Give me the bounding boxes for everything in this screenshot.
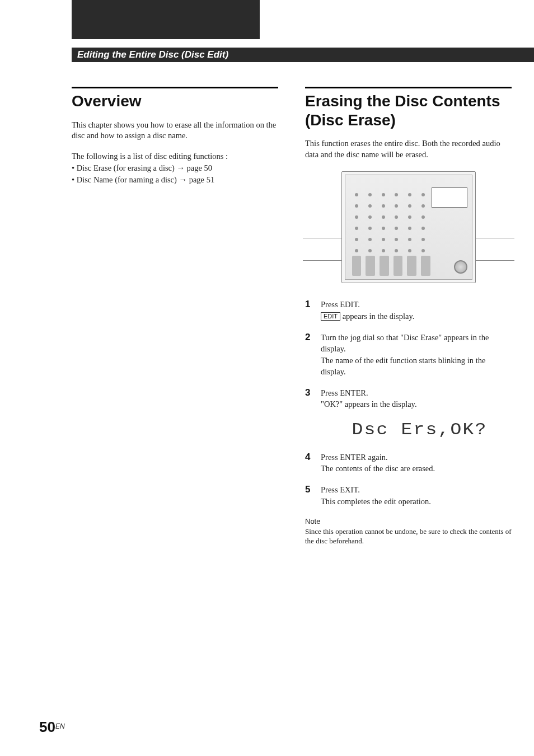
overview-list-lead: The following is a list of disc editing … <box>72 151 278 162</box>
step-5: 5 Press EXIT. This completes the edit op… <box>305 484 512 507</box>
step-body: Press ENTER. "OK?" appears in the displa… <box>321 387 417 410</box>
bullet-item: Disc Name (for naming a disc) → page 51 <box>72 174 278 186</box>
step-line: appears in the display. <box>340 312 414 321</box>
step-1: 1 Press EDIT. EDIT appears in the displa… <box>305 299 512 322</box>
overview-intro: This chapter shows you how to erase all … <box>72 120 278 142</box>
step-4: 4 Press ENTER again. The contents of the… <box>305 452 512 475</box>
callout-line <box>475 260 514 261</box>
step-number: 5 <box>305 484 313 507</box>
step-body: Turn the jog dial so that "Disc Erase" a… <box>321 332 512 377</box>
page-number-value: 50 <box>39 719 55 735</box>
right-column: Erasing the Disc Contents (Disc Erase) T… <box>305 87 512 546</box>
step-line: "OK?" appears in the display. <box>321 400 417 408</box>
step-number: 3 <box>305 387 313 410</box>
step-line: Press ENTER. <box>321 388 368 397</box>
step-line: Press ENTER again. <box>321 453 388 462</box>
step-line: Press EXIT. <box>321 485 360 494</box>
device-illustration: SONY <box>341 171 476 283</box>
step-2: 2 Turn the jog dial so that "Disc Erase"… <box>305 332 512 377</box>
left-column: Overview This chapter shows you how to e… <box>72 87 278 546</box>
heading-rule <box>305 87 512 88</box>
heading-rule <box>72 87 278 88</box>
callout-line <box>303 260 342 261</box>
step-body: Press ENTER again. The contents of the d… <box>321 452 435 475</box>
erase-heading: Erasing the Disc Contents (Disc Erase) <box>305 92 512 129</box>
display-readout: Dsc Ers,OK? <box>318 420 521 439</box>
overview-bullets: Disc Erase (for erasing a disc) → page 5… <box>72 162 278 186</box>
bullet-item: Disc Erase (for erasing a disc) → page 5… <box>72 162 278 174</box>
step-line: Press EDIT. <box>321 300 360 309</box>
device-jog-dial <box>454 260 467 274</box>
section-bar: Editing the Entire Disc (Disc Edit) <box>72 48 534 62</box>
step-body: Press EDIT. EDIT appears in the display. <box>321 299 414 322</box>
step-number: 2 <box>305 332 313 377</box>
device-sliders <box>352 256 430 276</box>
step-line: This completes the edit operation. <box>321 497 431 506</box>
edit-indicator-box: EDIT <box>321 312 340 321</box>
steps-list-cont: 4 Press ENTER again. The contents of the… <box>305 452 512 507</box>
device-panel: SONY <box>345 175 472 280</box>
step-body: Press EXIT. This completes the edit oper… <box>321 484 431 507</box>
overview-heading: Overview <box>72 92 278 111</box>
page-number: 50EN <box>39 719 65 736</box>
note-body: Since this operation cannot be undone, b… <box>305 527 512 546</box>
step-line: The name of the edit function starts bli… <box>321 356 485 376</box>
step-line: Turn the jog dial so that "Disc Erase" a… <box>321 333 489 353</box>
step-3: 3 Press ENTER. "OK?" appears in the disp… <box>305 387 512 410</box>
step-number: 1 <box>305 299 313 322</box>
top-tab <box>72 0 260 39</box>
device-screen <box>432 187 467 208</box>
erase-intro: This function erases the entire disc. Bo… <box>305 138 512 160</box>
step-line: The contents of the disc are erased. <box>321 464 435 473</box>
note-heading: Note <box>305 517 512 525</box>
step-number: 4 <box>305 452 313 475</box>
steps-list: 1 Press EDIT. EDIT appears in the displa… <box>305 299 512 410</box>
device-button-grid <box>351 190 429 262</box>
content-columns: Overview This chapter shows you how to e… <box>72 87 512 546</box>
page-number-suffix: EN <box>55 722 65 730</box>
section-bar-title: Editing the Entire Disc (Disc Edit) <box>77 49 228 60</box>
